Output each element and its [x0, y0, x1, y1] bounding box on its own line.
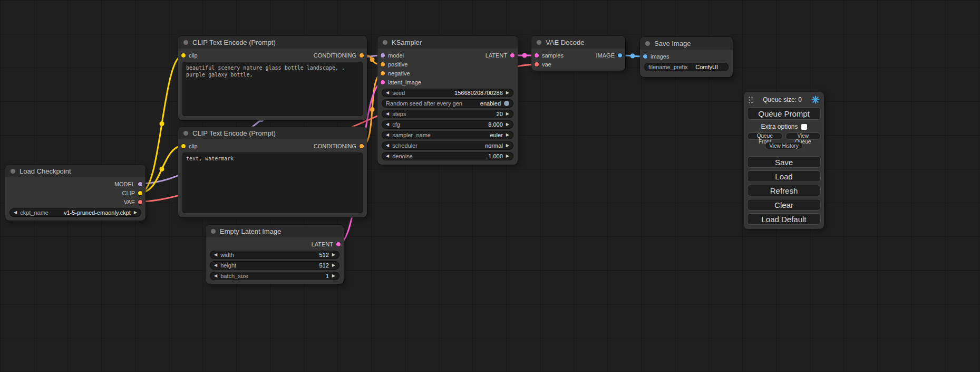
drag-handle-icon[interactable]: [748, 96, 753, 103]
input-port-positive[interactable]: [381, 62, 385, 66]
decrement-arrow-icon[interactable]: ◀: [214, 263, 217, 268]
load-button[interactable]: Load: [747, 170, 821, 182]
widget-label: seed: [392, 90, 405, 96]
increment-arrow-icon[interactable]: ▶: [506, 133, 509, 137]
collapse-dot[interactable]: [645, 41, 650, 46]
widget-denoise[interactable]: ◀ denoise 1.000 ▶: [382, 152, 513, 160]
save-button[interactable]: Save: [747, 156, 821, 168]
load-default-button[interactable]: Load Default: [747, 213, 821, 225]
output-port-image[interactable]: [618, 53, 622, 58]
output-port-model[interactable]: [138, 182, 142, 186]
output-port-latent[interactable]: [510, 53, 515, 58]
output-port-conditioning[interactable]: [360, 144, 364, 148]
view-history-button[interactable]: View History: [765, 142, 803, 149]
port-row: MODEL: [5, 179, 145, 188]
node-title-bar[interactable]: CLIP Text Encode (Prompt): [178, 36, 367, 49]
collapse-dot[interactable]: [183, 40, 188, 45]
output-label: LATENT: [486, 52, 507, 59]
toggle-dot[interactable]: [504, 101, 509, 106]
node-title-bar[interactable]: Empty Latent Image: [206, 225, 344, 237]
output-port-latent[interactable]: [336, 242, 341, 246]
widget-batch-size[interactable]: ◀ batch_size 1 ▶: [210, 272, 339, 280]
input-port-clip[interactable]: [181, 53, 186, 58]
node-title: Load Checkpoint: [20, 167, 71, 175]
decrement-arrow-icon[interactable]: ◀: [386, 154, 389, 158]
output-label: CONDITIONING: [314, 52, 356, 59]
output-port-vae[interactable]: [138, 200, 142, 204]
input-port-clip[interactable]: [181, 144, 186, 148]
node-load-checkpoint[interactable]: Load Checkpoint MODEL CLIP VAE ◀ ckpt_na…: [5, 165, 145, 221]
node-clip-text-encode-negative[interactable]: CLIP Text Encode (Prompt) clip CONDITION…: [178, 127, 367, 217]
refresh-button[interactable]: Refresh: [747, 185, 821, 196]
clear-button[interactable]: Clear: [747, 199, 821, 211]
node-title-bar[interactable]: Save Image: [640, 37, 733, 50]
increment-arrow-icon[interactable]: ▶: [506, 112, 509, 116]
input-port-model[interactable]: [381, 53, 385, 58]
collapse-dot[interactable]: [211, 229, 216, 234]
widget-filename-prefix[interactable]: filename_prefix ComfyUI: [644, 63, 729, 71]
decrement-arrow-icon[interactable]: ◀: [386, 144, 389, 148]
widget-width[interactable]: ◀ width 512 ▶: [210, 251, 339, 259]
increment-arrow-icon[interactable]: ▶: [506, 122, 509, 127]
widget-label: height: [220, 262, 236, 269]
positive-prompt-textarea[interactable]: beautiful scenery nature glass bottle la…: [182, 62, 363, 116]
increment-arrow-icon[interactable]: ▶: [332, 253, 335, 257]
collapse-dot[interactable]: [537, 40, 541, 45]
node-empty-latent-image[interactable]: Empty Latent Image LATENT ◀ width 512 ▶ …: [206, 225, 344, 284]
node-save-image[interactable]: Save Image images filename_prefix ComfyU…: [640, 37, 733, 77]
node-body: clip CONDITIONING text, watermark: [178, 139, 367, 217]
extra-options-checkbox[interactable]: [801, 124, 807, 130]
widget-steps[interactable]: ◀ steps 20 ▶: [382, 110, 513, 118]
increment-arrow-icon[interactable]: ▶: [134, 211, 137, 215]
link-midpoint-dot: [522, 53, 527, 58]
collapse-dot[interactable]: [183, 131, 188, 136]
decrement-arrow-icon[interactable]: ◀: [386, 133, 389, 137]
comfyui-canvas[interactable]: { "icons": { "left_arrow": "◀", "right_a…: [0, 0, 980, 372]
input-label: negative: [388, 70, 410, 77]
view-queue-button[interactable]: View Queue: [785, 132, 821, 140]
widget-sampler-name[interactable]: ◀ sampler_name euler ▶: [382, 131, 513, 139]
increment-arrow-icon[interactable]: ▶: [332, 263, 335, 268]
decrement-arrow-icon[interactable]: ◀: [214, 253, 217, 257]
node-ksampler[interactable]: KSampler model LATENT positive negative …: [377, 36, 518, 165]
node-title-bar[interactable]: KSampler: [377, 36, 518, 49]
decrement-arrow-icon[interactable]: ◀: [386, 122, 389, 127]
widget-value: 8.000: [488, 121, 503, 128]
input-port-latent-image[interactable]: [381, 80, 385, 84]
node-title: KSampler: [392, 39, 422, 46]
decrement-arrow-icon[interactable]: ◀: [386, 112, 389, 116]
decrement-arrow-icon[interactable]: ◀: [386, 91, 389, 95]
increment-arrow-icon[interactable]: ▶: [506, 91, 509, 95]
queue-front-button[interactable]: Queue Front: [747, 132, 783, 140]
settings-gear-icon[interactable]: [811, 96, 820, 104]
node-title-bar[interactable]: Load Checkpoint: [5, 165, 145, 177]
widget-cfg[interactable]: ◀ cfg 8.000 ▶: [382, 120, 513, 129]
widget-ckpt-name[interactable]: ◀ ckpt_name v1-5-pruned-emaonly.ckpt ▶: [9, 208, 141, 217]
decrement-arrow-icon[interactable]: ◀: [214, 274, 217, 278]
increment-arrow-icon[interactable]: ▶: [332, 274, 335, 278]
negative-prompt-textarea[interactable]: text, watermark: [182, 152, 363, 213]
increment-arrow-icon[interactable]: ▶: [506, 154, 509, 158]
node-clip-text-encode-positive[interactable]: CLIP Text Encode (Prompt) clip CONDITION…: [178, 36, 367, 120]
collapse-dot[interactable]: [383, 40, 387, 45]
node-title-bar[interactable]: CLIP Text Encode (Prompt): [178, 127, 367, 139]
widget-height[interactable]: ◀ height 512 ▶: [210, 261, 339, 270]
collapse-dot[interactable]: [11, 169, 15, 174]
widget-scheduler[interactable]: ◀ scheduler normal ▶: [382, 141, 513, 150]
widget-seed[interactable]: ◀ seed 156680208700286 ▶: [382, 89, 513, 97]
node-vae-decode[interactable]: VAE Decode samples IMAGE vae: [531, 36, 625, 71]
increment-arrow-icon[interactable]: ▶: [506, 144, 509, 148]
widget-random-seed-mode[interactable]: Random seed after every gen enabled: [382, 99, 513, 108]
queue-prompt-button[interactable]: Queue Prompt: [747, 107, 821, 120]
input-port-vae[interactable]: [535, 62, 539, 66]
comfy-menu-panel[interactable]: Queue size: 0 Queue Prompt Extra options…: [744, 92, 824, 229]
widget-label: width: [220, 252, 234, 258]
port-row: clip CONDITIONING: [178, 141, 367, 150]
decrement-arrow-icon[interactable]: ◀: [14, 211, 17, 215]
input-port-negative[interactable]: [381, 71, 385, 75]
output-port-conditioning[interactable]: [360, 53, 364, 58]
input-port-images[interactable]: [643, 54, 647, 59]
output-port-clip[interactable]: [138, 191, 142, 195]
node-title-bar[interactable]: VAE Decode: [531, 36, 625, 49]
input-port-samples[interactable]: [535, 53, 539, 58]
